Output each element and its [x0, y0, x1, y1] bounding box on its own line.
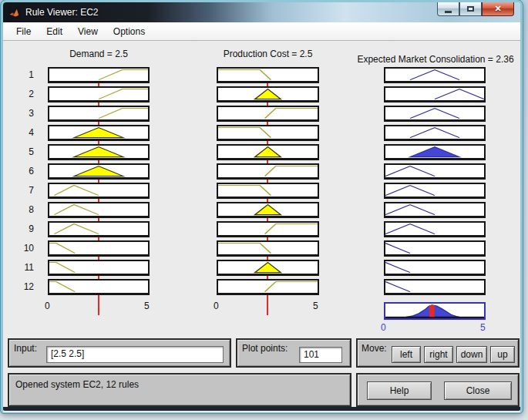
demand-mf-cell-rule-3[interactable]	[48, 106, 150, 122]
mf-curve	[218, 165, 318, 177]
aggregate-output-plot	[384, 302, 486, 320]
rule-number: 1	[20, 69, 34, 80]
help-close-panel: Help Close	[356, 373, 520, 407]
mf-curve	[385, 203, 484, 216]
cost-mf-cell-rule-12[interactable]	[217, 279, 319, 295]
demand-mf-cell-rule-2[interactable]	[48, 86, 150, 102]
maximize-button[interactable]	[459, 2, 482, 16]
demand-mf-cell-rule-4[interactable]	[48, 125, 150, 141]
rule-number: 11	[20, 262, 34, 273]
rule-number: 5	[20, 146, 34, 157]
output-mf-cell-rule-8	[384, 202, 486, 218]
defuzzified-value-marker	[429, 305, 435, 317]
demand-mf-cell-rule-12[interactable]	[48, 279, 150, 295]
output-mf-cell-rule-11	[384, 260, 486, 276]
output-axis-max: 5	[480, 322, 486, 333]
demand-mf-cell-rule-9[interactable]	[48, 221, 150, 237]
minimize-button[interactable]	[437, 2, 459, 16]
mf-curve	[49, 88, 148, 100]
mf-curve	[218, 69, 318, 81]
output-mf-cell-rule-2	[384, 86, 486, 102]
demand-mf-cell-rule-10[interactable]	[48, 240, 150, 257]
help-button[interactable]: Help	[367, 381, 432, 400]
caption-buttons: ✕	[437, 2, 514, 16]
demand-mf-cell-rule-1[interactable]	[48, 67, 150, 83]
cost-axis-max: 5	[313, 301, 318, 311]
rule-number: 4	[20, 127, 34, 138]
input-field[interactable]: [2.5 2.5]	[46, 346, 224, 363]
titlebar[interactable]: Rule Viewer: EC2 ✕	[3, 2, 520, 22]
cost-mf-cell-rule-5[interactable]	[217, 144, 319, 160]
output-mf-cell-rule-3	[384, 106, 486, 122]
output-mf-cell-rule-10	[384, 240, 486, 257]
window-title: Rule Viewer: EC2	[25, 7, 99, 18]
output-mf-cell-rule-7	[384, 183, 486, 199]
output-header: Expected Market Consolidation = 2.36	[348, 54, 523, 65]
window-bottom-edge	[3, 407, 520, 411]
rule-plot-area: Demand = 2.5 Production Cost = 2.5 Expec…	[3, 41, 520, 335]
mf-curve	[218, 223, 318, 235]
minimize-icon	[445, 11, 452, 13]
demand-header: Demand = 2.5	[34, 49, 163, 59]
matlab-app-icon	[8, 6, 21, 19]
mf-curve	[218, 126, 318, 139]
mf-curve	[218, 88, 318, 100]
demand-mf-cell-rule-11[interactable]	[48, 260, 150, 276]
cost-mf-cell-rule-9[interactable]	[217, 221, 319, 237]
move-up-button[interactable]: up	[490, 346, 515, 363]
cost-mf-cell-rule-11[interactable]	[217, 260, 319, 276]
input-label: Input:	[14, 343, 37, 354]
rule-number: 2	[20, 89, 34, 99]
close-icon: ✕	[494, 4, 501, 14]
cost-mf-cell-rule-3[interactable]	[217, 106, 319, 122]
mf-curve	[49, 242, 148, 254]
demand-mf-cell-rule-5[interactable]	[48, 144, 150, 160]
menu-bar: File Edit View Options	[3, 22, 520, 41]
mf-curve	[49, 261, 148, 274]
menu-edit[interactable]: Edit	[39, 25, 69, 39]
rule-number: 7	[20, 185, 34, 196]
mf-curve	[218, 281, 318, 293]
menu-file[interactable]: File	[9, 25, 38, 39]
rule-number: 6	[20, 166, 34, 176]
mf-curve	[218, 107, 318, 119]
mf-curve	[385, 304, 484, 318]
rule-number: 9	[20, 223, 34, 234]
cost-mf-cell-rule-8[interactable]	[217, 202, 319, 218]
demand-axis-min: 0	[45, 301, 50, 311]
close-window-button[interactable]: ✕	[482, 2, 514, 16]
cost-mf-cell-rule-4[interactable]	[217, 125, 319, 141]
demand-mf-cell-rule-8[interactable]	[48, 202, 150, 218]
close-button[interactable]: Close	[444, 381, 512, 400]
mf-curve	[385, 184, 484, 197]
mf-curve	[218, 184, 318, 197]
plot-points-label: Plot points:	[242, 343, 288, 354]
mf-curve	[385, 261, 484, 274]
mf-curve	[49, 126, 148, 139]
demand-mf-cell-rule-7[interactable]	[48, 183, 150, 199]
mf-curve	[49, 184, 148, 197]
cost-mf-cell-rule-2[interactable]	[217, 86, 319, 102]
move-right-button[interactable]: right	[424, 346, 453, 363]
mf-curve	[385, 107, 484, 119]
move-down-button[interactable]: down	[456, 346, 487, 363]
menu-view[interactable]: View	[71, 25, 105, 39]
mf-curve	[385, 223, 484, 235]
move-left-button[interactable]: left	[392, 346, 421, 363]
cost-mf-cell-rule-1[interactable]	[217, 67, 319, 83]
menu-options[interactable]: Options	[106, 25, 152, 39]
move-label: Move:	[362, 343, 387, 354]
cost-mf-cell-rule-6[interactable]	[217, 163, 319, 180]
rule-number: 10	[20, 243, 34, 254]
cost-mf-cell-rule-7[interactable]	[217, 183, 319, 199]
demand-mf-cell-rule-6[interactable]	[48, 163, 150, 180]
plot-points-field[interactable]: 101	[299, 347, 342, 363]
mf-curve	[49, 281, 148, 293]
rule-number: 12	[20, 281, 34, 292]
output-mf-cell-rule-5	[384, 144, 486, 160]
mf-curve	[49, 107, 148, 119]
output-mf-cell-rule-6	[384, 163, 486, 180]
rule-number: 8	[20, 204, 34, 215]
mf-curve	[218, 261, 318, 274]
cost-mf-cell-rule-10[interactable]	[217, 240, 319, 257]
